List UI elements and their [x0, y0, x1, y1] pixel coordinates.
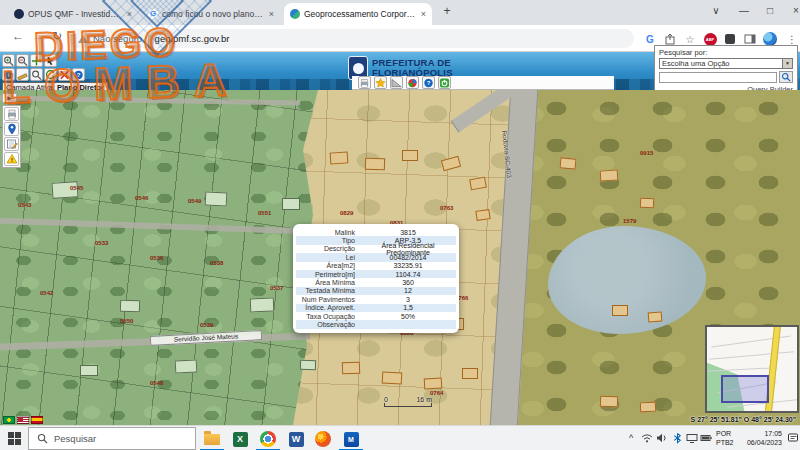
favorites-star-icon[interactable] [374, 76, 387, 89]
popup-row: Perimetro[m]1104.74 [296, 270, 456, 278]
clear-selection-icon[interactable] [58, 68, 71, 81]
volume-icon[interactable] [655, 430, 669, 446]
marker-pin-icon[interactable] [4, 122, 19, 136]
search-button[interactable] [779, 71, 793, 83]
search-type-select[interactable]: Escolha uma Opção ▼ [659, 58, 793, 69]
battery-icon[interactable] [699, 430, 713, 446]
panel-expand-icon[interactable]: ▶ [2, 93, 17, 103]
row-value: 00482/2014 [360, 254, 456, 261]
omnibox[interactable]: Não seguro | geo.pmf.sc.gov.br [68, 29, 634, 48]
building [475, 209, 490, 221]
tab-search-chevron-icon[interactable]: ∨ [704, 0, 728, 22]
tab-close-icon[interactable]: × [127, 9, 132, 19]
select-cursor-icon[interactable] [44, 54, 57, 67]
help-tool-icon[interactable]: ? [72, 68, 85, 81]
row-label: Observação [296, 321, 360, 328]
clock[interactable]: 17:05 06/04/2023 [738, 430, 782, 447]
building [250, 298, 274, 313]
tab-google-search[interactable]: G como ficou o novo plano direto × [142, 3, 280, 25]
flag-brazil-icon[interactable] [3, 416, 15, 424]
building [175, 359, 198, 373]
overview-minimap[interactable] [705, 325, 799, 413]
building [600, 169, 619, 181]
tab-geoprocessamento[interactable]: Geoprocessamento Corporativo × [284, 3, 432, 25]
select-dropdown-icon[interactable]: ▼ [782, 59, 792, 68]
parcel-label: 0763 [440, 205, 453, 211]
start-button[interactable] [8, 432, 21, 445]
tab-opus[interactable]: OPUS QMF - Investidor à vista (1 × [8, 3, 138, 25]
refresh-icon[interactable] [44, 68, 57, 81]
app-icon-blue[interactable]: M [341, 429, 361, 449]
building [330, 151, 349, 164]
language-indicator[interactable]: POR PTB2 [716, 430, 734, 447]
print-icon[interactable] [358, 76, 371, 89]
building [282, 198, 300, 210]
building [640, 198, 655, 209]
flag-spain-icon[interactable] [31, 416, 43, 424]
svg-text:?: ? [427, 80, 431, 86]
building [648, 312, 663, 323]
search-panel: Pesquisar por: Escolha uma Opção ▼ Query… [654, 45, 798, 91]
slope-triangle-icon[interactable] [390, 76, 403, 89]
notification-center-icon[interactable] [786, 430, 800, 446]
lang-code: POR [716, 430, 734, 439]
popup-row: Observação [296, 320, 456, 328]
pan-icon[interactable] [30, 54, 43, 67]
settings-gear-icon[interactable] [406, 76, 419, 89]
identify-icon[interactable]: i [2, 68, 15, 81]
minimap-extent-rect[interactable] [721, 375, 769, 403]
popup-row: Área[m2]33235.91 [296, 262, 456, 270]
popup-row: Área Mínima360 [296, 278, 456, 286]
parcel-label: 0548 [150, 380, 163, 386]
row-value: 3 [360, 296, 456, 303]
popup-row: Testada Mínima12 [296, 287, 456, 295]
building [120, 300, 140, 313]
search-icon [37, 433, 48, 444]
forward-icon[interactable]: → [32, 29, 44, 43]
bluetooth-icon[interactable] [670, 430, 684, 446]
reload-icon[interactable]: ↻ [52, 29, 62, 43]
building [205, 191, 228, 206]
zoom-in-icon[interactable] [2, 54, 15, 67]
taskbar-search[interactable]: Pesquisar [28, 427, 196, 450]
window-close-button[interactable]: × [784, 0, 800, 22]
parcel-label: 0536 [150, 255, 163, 261]
row-value: 50% [360, 313, 456, 320]
new-tab-button[interactable]: + [438, 0, 456, 22]
measure-icon[interactable] [16, 68, 29, 81]
tab-close-icon[interactable]: × [269, 9, 274, 19]
tab-close-icon[interactable]: × [421, 9, 426, 19]
logout-power-icon[interactable] [438, 76, 451, 89]
building [342, 362, 360, 375]
help-globe-icon[interactable]: ? [422, 76, 435, 89]
file-explorer-icon[interactable] [202, 429, 222, 449]
back-icon[interactable]: ← [12, 29, 24, 43]
building [560, 157, 577, 169]
map-canvas[interactable]: 0545 0543 0546 0549 0551 0533 0536 0538 … [0, 90, 800, 425]
window-minimize-button[interactable]: — [732, 0, 756, 22]
row-value: 33235.91 [360, 262, 456, 269]
firefox-icon[interactable] [313, 429, 333, 449]
word-icon[interactable]: W [286, 429, 306, 449]
parcel-label: 0537 [270, 285, 283, 291]
chrome-icon[interactable] [258, 429, 278, 449]
tray-chevron-icon[interactable]: ^ [624, 430, 638, 446]
security-label: Não seguro [93, 33, 142, 44]
parcel-label: 1579 [623, 218, 636, 224]
parcel-label: 0829 [340, 210, 353, 216]
export-print-icon[interactable] [4, 107, 19, 121]
search-feature-icon[interactable] [30, 68, 43, 81]
not-secure-icon[interactable] [78, 35, 88, 43]
omnibox-divider: | [147, 33, 149, 44]
flag-usa-icon[interactable] [17, 416, 29, 424]
display-icon[interactable] [685, 430, 699, 446]
edit-note-icon[interactable] [4, 137, 19, 151]
search-input[interactable] [659, 72, 777, 83]
popup-row: Malink3815 [296, 228, 456, 236]
excel-icon[interactable]: X [230, 429, 250, 449]
warning-icon[interactable]: ! [4, 152, 19, 166]
wifi-icon[interactable] [640, 430, 654, 446]
map-side-toolbar: ! [2, 105, 21, 168]
window-maximize-button[interactable]: □ [758, 0, 782, 22]
zoom-out-icon[interactable] [16, 54, 29, 67]
